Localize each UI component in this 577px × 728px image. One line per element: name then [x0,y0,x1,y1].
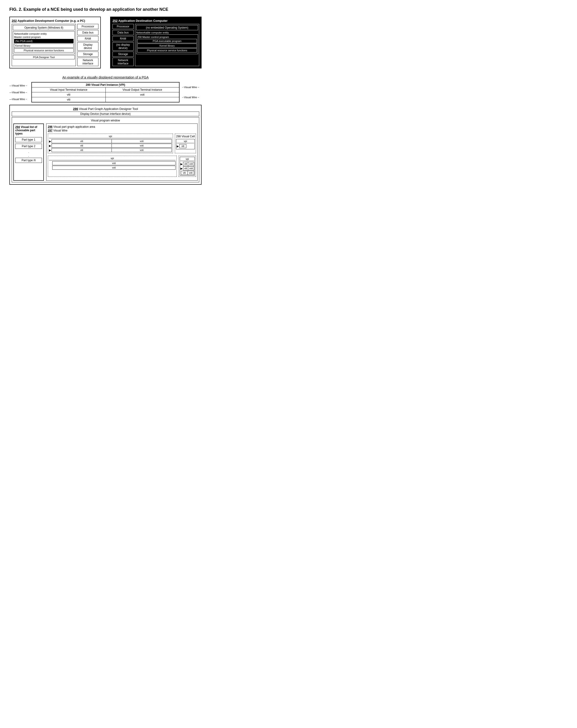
app-vpi-bot-inner2: voti [52,166,176,170]
app-vpi-left-inner3: viti voti [52,148,172,152]
left-os-label: Operating System (Windows 8) [13,25,75,30]
display-device-label: Display Device (human interface device) [12,111,199,116]
vpg-title: 286 Visual Part Graph Application Design… [12,107,199,111]
vcell-bot-row2: ▶ viti voti [180,166,194,171]
dot2: . [15,154,42,157]
vcell-viti-bot1: viti [183,162,188,166]
right-databus: Data bus [112,30,134,35]
app-area: 296 Visual part graph application area 2… [46,124,198,181]
vwire-name: Visual Wire [53,129,67,132]
vpg-id: 286 [73,107,78,111]
right-no-os: (no embedded Operating System) [136,25,198,30]
vcell-voti-bot2: voti [188,167,194,170]
right-comp-inner: Processor Data bus RAM (no displaydevice… [112,24,199,66]
computers-section: 202 Application Development Computer (e.… [9,17,202,69]
voti-bot1: voti [52,161,175,165]
right-no-display: (no displaydevice) [112,42,134,51]
vlist-panel: 294 Visual list of choosable part types … [14,124,44,181]
viti-cell3: viti [52,148,112,152]
vpi-wire-out1: →Visual Wire→ [180,86,202,88]
vpg-label: Visual Part Graph Application Designer T… [79,107,138,111]
vpi-wire-in1: —Visual Wire→ [9,84,30,87]
right-storage: Storage [112,52,134,57]
part-type-n: Part type N [15,158,42,163]
vcell-bot-inner1: viti voti [183,162,194,166]
left-comp-left-panel: Operating System (Windows 8) Networkable… [12,24,76,66]
left-computer-box: 202 Application Development Computer (e.… [9,17,101,69]
left-computer-label: 202 Application Development Computer (e.… [12,19,99,23]
right-computer-name: Application Destination Computer [119,19,167,23]
voti-cell3: voti [112,148,172,152]
left-comp-inner: Operating System (Windows 8) Networkable… [12,24,99,66]
vwire-id: 297 [48,129,52,132]
vpi-data-row1: viti voti [32,92,179,97]
left-display: Displaydevice [77,42,99,51]
page-title: FIG. 2. Example of a NCE being used to d… [9,7,202,12]
left-computer-id: 202 [12,19,17,23]
vpi-voti2 [106,97,179,102]
vcell-viti-bot2: viti [183,167,188,170]
vcell-inner-bottom: vpi ▶ viti voti ▶ [180,157,195,176]
app-vpi-left-row3: ▶ viti voti [49,148,172,152]
part-type-2: Part type 2 [15,144,42,149]
right-pga-exec: PGA executable program [137,39,197,43]
vpi-box-id-label: 280 Visual Part Instance (VPI) [32,82,179,87]
right-nce-label: Networkable computer entity [136,31,198,34]
vpi-right-wires: →Visual Wire→ →Visual Wire→ [180,82,202,102]
vcell-bot-arrow2: ▶ [180,167,183,170]
vcell-arrow-top: ▶ [177,145,179,148]
arrow3: ▶ [49,149,51,152]
app-vpi-bot-row2: voti [49,166,176,170]
vpi-viti2: viti [32,97,106,102]
vpi-voti1: voti [106,92,179,97]
arrow2: ▶ [49,144,51,148]
vpi-col1-header: Visual Input Terminal Instance [32,87,106,92]
right-prsf: Physical resource service functions [137,48,197,52]
right-comp-right-panel: (no embedded Operating System) Networkab… [135,24,199,66]
vpi-wire-in3: —Visual Wire→ [9,98,30,101]
left-pga-tool: PGA Designer Tool [13,55,75,59]
vcell-id-top: 298 [176,135,181,138]
left-processor: Processor [77,24,99,29]
part-type-1: Part type 1 [15,137,42,142]
left-ram: RAM [77,36,99,41]
vcell-bottom-right: vpi ▶ viti voti ▶ [179,156,196,177]
left-network: Networkinterface [77,58,99,66]
app-area-header: 296 Visual part graph application area [48,125,196,128]
left-databus: Data bus [77,30,99,35]
vpi-left-wires: —Visual Wire→ —Visual Wire→ —Visual Wire… [9,82,30,102]
visual-program-window: Visual program window 294 Visual list of… [12,117,199,182]
vcell-label-top: 298 Visual Cell [176,135,195,138]
arrow1: ▶ [49,140,51,143]
vcell-bot-row3: viti voti [180,171,194,175]
vlist-title: 294 Visual list of choosable part types [15,125,42,135]
vcell-voti-bot3: voti [188,171,194,175]
vpi-data-row2: viti [32,97,179,102]
app-vpi-left-inner1: viti voti [52,139,172,143]
left-comp-right-panel: Processor Data bus RAM Displaydevice Sto… [77,24,99,66]
right-comp-left-panel: Processor Data bus RAM (no displaydevice… [112,24,134,66]
right-master-id-label: 258 Master control program [137,36,197,38]
vcell-bot-inner2: viti voti [183,166,194,171]
left-computer-name: Application Development Computer (e.g. a… [18,19,85,23]
vpi-row-container: —Visual Wire→ —Visual Wire→ —Visual Wire… [9,82,202,102]
vcell-name-top: Visual Cell [182,135,195,138]
vcell-inner-top: vpi ▶ viti [176,139,195,149]
vcell-bot-arrow1: ▶ [180,162,183,166]
vpi-col2-header: Visual Output Terminal Instance [106,87,179,92]
voti-bot2: voti [52,166,175,170]
vcell-bot-inner3: viti voti [181,171,194,175]
vpi-box-name: Visual Part Instance (VPI) [91,83,125,86]
left-storage: Storage [77,52,99,57]
vpi-header-row: 280 Visual Part Instance (VPI) [32,82,179,87]
app-area-label: Visual part graph application area [53,125,95,128]
app-vpi-left-row1: ▶ viti voti [49,139,172,143]
right-master-id: 258 [137,36,141,38]
vpi-subtitle: An example of a visually displayed repre… [9,76,202,79]
vpi-box: 280 Visual Part Instance (VPI) Visual In… [31,82,180,102]
right-nce-box: 258 Master control program PGA executabl… [136,34,198,54]
voti-cell2: voti [112,144,172,148]
right-ram: RAM [112,36,134,41]
right-computer-id: 252 [112,19,117,23]
right-kernel: Kernel library [137,44,197,48]
